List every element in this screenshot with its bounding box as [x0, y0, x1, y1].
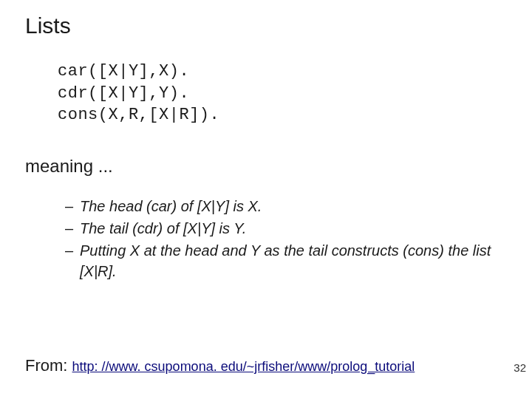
bullet-text-1: The head (car) of [X|Y] is X. — [80, 196, 494, 216]
page-number: 32 — [514, 361, 526, 374]
code-block: car([X|Y],X). cdr([X|Y],Y). cons(X,R,[X|… — [58, 61, 507, 126]
bullet-text-2: The tail (cdr) of [X|Y] is Y. — [80, 218, 494, 239]
subheading-meaning: meaning ... — [25, 156, 507, 177]
code-line-1: car([X|Y],X). — [58, 61, 507, 83]
page-title: Lists — [25, 13, 507, 38]
source-link[interactable]: http: //www. csupomona. edu/~jrfisher/ww… — [72, 359, 415, 374]
code-line-2: cdr([X|Y],Y). — [58, 83, 507, 105]
from-label: From: — [25, 356, 72, 375]
list-item: – The tail (cdr) of [X|Y] is Y. — [65, 218, 494, 239]
bullet-text-3: Putting X at the head and Y as the tail … — [80, 240, 494, 282]
dash-icon: – — [65, 196, 80, 216]
slide: Lists car([X|Y],X). cdr([X|Y],Y). cons(X… — [0, 0, 532, 399]
list-item: – Putting X at the head and Y as the tai… — [65, 240, 494, 282]
list-item: – The head (car) of [X|Y] is X. — [65, 196, 494, 216]
source-line: From: http: //www. csupomona. edu/~jrfis… — [25, 356, 415, 375]
dash-icon: – — [65, 240, 80, 282]
dash-icon: – — [65, 218, 80, 239]
code-line-3: cons(X,R,[X|R]). — [58, 104, 507, 126]
bullet-list: – The head (car) of [X|Y] is X. – The ta… — [65, 196, 494, 282]
